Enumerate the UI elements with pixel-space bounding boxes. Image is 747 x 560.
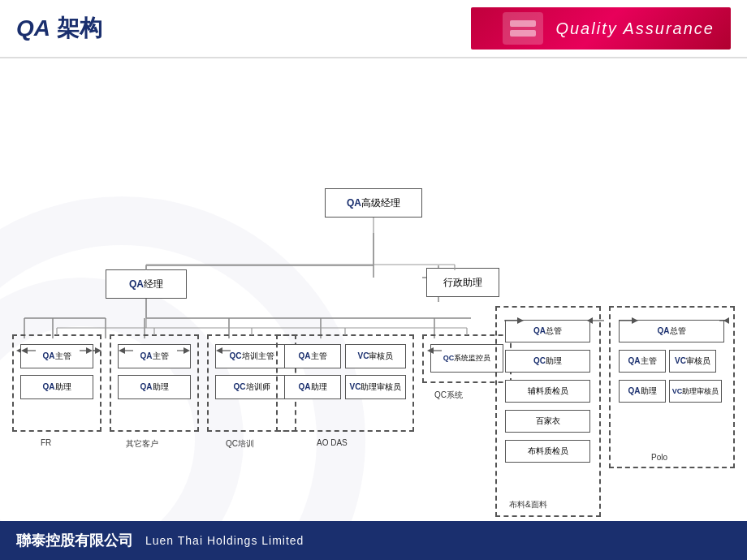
svg-rect-0 (510, 20, 536, 27)
box-ao-das-supervisor: QA主管 (284, 344, 341, 368)
group-fabric: QA总管 QC助理 辅料质检员 百家衣 布料质检员 布料&面料 (495, 306, 601, 517)
box-top-manager: QA高级经理 (325, 188, 422, 218)
company-name-en: Luen Thai Holdings Limited (145, 534, 304, 547)
main-content: QA高级经理 QA经理 行政助理 QA主管 QA助理 FR QA主管 QA助理 … (0, 58, 747, 521)
box-fabric-qa-general: QA总管 (505, 320, 590, 342)
group-other-clients: QA主管 QA助理 (110, 334, 199, 432)
box-admin-assistant: 行政助理 (426, 268, 499, 297)
page-title: QA 架构 (16, 13, 102, 44)
logo-banner: Quality Assurance (471, 7, 731, 50)
box-vc-deputy-auditor: VC助理审核员 (345, 375, 406, 399)
label-polo: Polo (651, 453, 667, 462)
box-qc-system-monitor: QC系统监控员 (430, 344, 503, 373)
footer: 聯泰控股有限公司 Luen Thai Holdings Limited (0, 521, 747, 560)
box-accessory-inspector: 辅料质检员 (505, 380, 590, 403)
box-vc-auditor: VC审核员 (345, 344, 406, 368)
label-fabric: 布料&面料 (509, 499, 547, 510)
label-ao-das: AO DAS (317, 438, 348, 447)
box-polo-qa-general: QA总管 (619, 320, 724, 342)
box-fr-assistant: QA助理 (20, 375, 93, 399)
qa-logo-icon (503, 12, 543, 45)
group-ao-das: QA主管 VC审核员 QA助理 VC助理审核员 (276, 334, 414, 432)
box-polo-vc-auditor: VC审核员 (669, 350, 716, 373)
box-polo-qa-supervisor: QA主管 (619, 350, 666, 373)
label-fr: FR (41, 438, 51, 447)
box-other-supervisor: QA主管 (118, 344, 191, 368)
company-name-cn: 聯泰控股有限公司 (16, 531, 133, 550)
box-other-assistant: QA助理 (118, 375, 191, 399)
label-qc-training: QC培训 (226, 438, 254, 450)
label-other-clients: 其它客户 (126, 438, 158, 450)
box-fabric-inspector: 布料质检员 (505, 440, 590, 463)
box-baijiay: 百家衣 (505, 410, 590, 433)
box-polo-vc-deputy-auditor: VC助理审核员 (669, 380, 722, 403)
label-qc-system: QC系统 (434, 390, 463, 401)
box-fabric-qc-assistant: QC助理 (505, 350, 590, 373)
box-fr-supervisor: QA主管 (20, 344, 93, 368)
box-polo-qa-assistant: QA助理 (619, 380, 666, 403)
box-ao-das-assistant: QA助理 (284, 375, 341, 399)
group-fr: QA主管 QA助理 (12, 334, 101, 432)
logo-text: Quality Assurance (555, 19, 715, 38)
box-qa-manager: QA经理 (106, 269, 187, 299)
header: QA 架构 Quality Assurance (0, 0, 747, 58)
group-polo: QA总管 QA主管 VC审核员 QA助理 VC助理审核员 Polo (609, 306, 735, 468)
svg-rect-1 (510, 30, 536, 37)
